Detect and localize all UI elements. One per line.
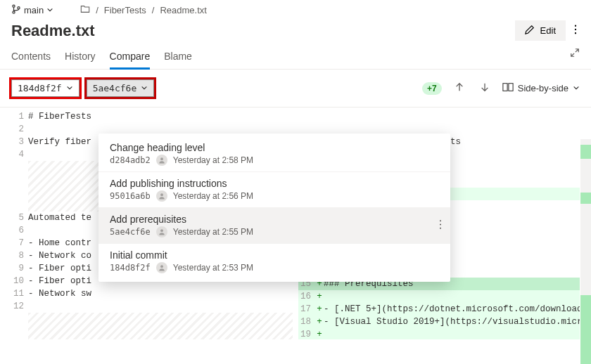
code-line: 18+- [Visual Studio 2019+](https://visua…: [298, 316, 580, 328]
svg-point-12: [440, 223, 441, 225]
code-line: 17+- [.NET 5+](https://dotnet.microsoft.…: [298, 303, 580, 316]
svg-point-5: [575, 32, 576, 34]
svg-point-10: [160, 229, 163, 232]
commit-time: Yesterday at 2:56 PM: [173, 191, 253, 201]
side-by-side-icon: [502, 82, 514, 94]
tab-contents[interactable]: Contents: [11, 46, 51, 69]
commit-hash: 5ae4cf6e: [110, 227, 151, 237]
avatar-icon: [156, 190, 167, 202]
chevron-down-icon: [66, 83, 73, 93]
svg-rect-6: [503, 84, 507, 91]
fullscreen-icon[interactable]: [570, 48, 580, 60]
chevron-down-icon: [141, 83, 148, 93]
page-title: Readme.txt: [11, 22, 95, 40]
commit-title: Initial commit: [110, 249, 439, 261]
code-line: 12: [11, 300, 293, 313]
view-mode-picker[interactable]: Side-by-side: [502, 82, 580, 94]
more-button[interactable]: [571, 20, 580, 41]
folder-icon[interactable]: [80, 4, 90, 16]
view-mode-label: Side-by-side: [518, 83, 568, 93]
svg-point-2: [18, 7, 20, 9]
svg-rect-7: [509, 84, 513, 91]
svg-point-8: [160, 157, 163, 160]
edit-button[interactable]: Edit: [515, 20, 566, 41]
dropdown-item[interactable]: Add publishing instructions 95016a6b Yes…: [99, 172, 450, 208]
base-commit-picker[interactable]: 184d8f2f: [11, 79, 80, 97]
dropdown-item[interactable]: Add prerequisites 5ae4cf6e Yesterday at …: [99, 208, 450, 244]
svg-point-9: [160, 193, 163, 196]
base-hash: 184d8f2f: [18, 83, 62, 93]
tab-compare[interactable]: Compare: [110, 46, 151, 70]
tabs: Contents History Compare Blame: [0, 46, 591, 70]
title-row: Readme.txt Edit: [0, 18, 591, 46]
breadcrumb-separator: /: [152, 5, 155, 15]
dropdown-item[interactable]: Change heading level d284adb2 Yesterday …: [99, 136, 450, 172]
chevron-down-icon: [573, 83, 580, 93]
tab-blame[interactable]: Blame: [164, 46, 192, 69]
pencil-icon: [525, 25, 535, 37]
edit-label: Edit: [540, 25, 556, 36]
kebab-icon[interactable]: [439, 220, 442, 232]
svg-point-4: [575, 29, 576, 30]
branch-selector[interactable]: main: [11, 4, 53, 16]
commit-title: Change heading level: [110, 142, 439, 153]
svg-point-0: [13, 5, 15, 7]
avatar-icon: [156, 155, 167, 166]
commit-dropdown: Change heading level d284adb2 Yesterday …: [99, 134, 450, 282]
collapsed-region: [28, 313, 293, 339]
code-line: 1# FiberTests: [11, 110, 293, 123]
breadcrumb: main / FiberTests / Readme.txt: [0, 0, 591, 18]
breadcrumb-item[interactable]: Readme.txt: [160, 5, 206, 15]
breadcrumb-separator: /: [96, 5, 99, 15]
tab-history[interactable]: History: [65, 46, 96, 69]
chevron-down-icon: [46, 5, 53, 15]
commit-hash: d284adb2: [110, 155, 151, 165]
breadcrumb-item[interactable]: FiberTests: [104, 5, 146, 15]
svg-point-1: [13, 11, 15, 13]
svg-point-11: [440, 220, 441, 221]
kebab-icon: [574, 26, 577, 37]
code-line: 16+: [298, 290, 580, 303]
prev-diff-button[interactable]: [452, 79, 467, 97]
next-diff-button[interactable]: [477, 79, 493, 97]
diff-badge: +7: [422, 82, 442, 95]
avatar-icon: [156, 262, 167, 273]
compare-bar: 184d8f2f 5ae4cf6e +7 Side-by-side: [0, 70, 591, 108]
commit-time: Yesterday at 2:53 PM: [173, 263, 253, 273]
commit-hash: 95016a6b: [110, 191, 151, 201]
dropdown-item[interactable]: Initial commit 184d8f2f Yesterday at 2:5…: [99, 244, 450, 279]
branch-name: main: [24, 5, 44, 15]
svg-point-14: [160, 265, 163, 268]
commit-hash: 184d8f2f: [110, 263, 151, 273]
commit-time: Yesterday at 2:55 PM: [173, 227, 253, 237]
target-commit-picker[interactable]: 5ae4cf6e: [87, 79, 155, 97]
branch-icon: [11, 4, 21, 16]
code-line: 11- Network sw: [11, 287, 293, 300]
svg-point-13: [440, 228, 441, 229]
svg-point-3: [575, 25, 576, 27]
overview-ruler[interactable]: [580, 139, 591, 364]
commit-time: Yesterday at 2:58 PM: [173, 155, 253, 165]
avatar-icon: [156, 226, 167, 238]
commit-title: Add prerequisites: [110, 214, 439, 225]
code-line: 19+: [298, 328, 580, 339]
commit-title: Add publishing instructions: [110, 178, 439, 189]
target-hash: 5ae4cf6e: [93, 83, 137, 93]
